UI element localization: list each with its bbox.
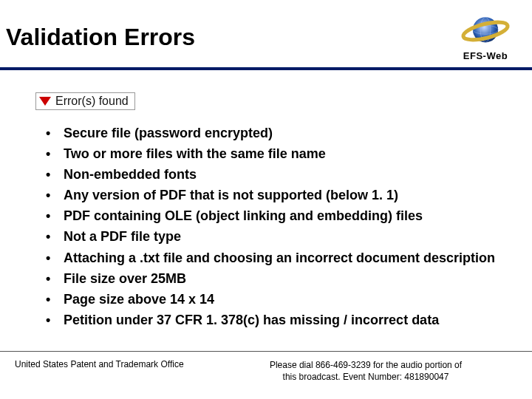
footer-dial-line1: Please dial 866-469-3239 for the audio p… bbox=[270, 360, 462, 370]
list-item: Page size above 14 x 14 bbox=[41, 290, 497, 309]
list-item: Secure file (password encrypted) bbox=[41, 123, 497, 143]
slide-header: Validation Errors EFS-Web bbox=[0, 0, 532, 70]
list-item: Two or more files with the same file nam… bbox=[41, 144, 497, 163]
list-item: Non-embedded fonts bbox=[41, 165, 497, 184]
efs-web-logo: EFS-Web bbox=[445, 13, 526, 61]
error-badge-label: Error(s) found bbox=[55, 95, 129, 108]
globe-ring-icon bbox=[460, 13, 511, 49]
error-triangle-icon bbox=[39, 97, 51, 106]
footer-org: United States Patent and Trademark Offic… bbox=[15, 359, 214, 383]
list-item: PDF containing OLE (object linking and e… bbox=[41, 206, 497, 225]
list-item: Attaching a .txt file and choosing an in… bbox=[41, 248, 497, 267]
list-item: Not a PDF file type bbox=[41, 227, 497, 246]
slide-content: Error(s) found Secure file (password enc… bbox=[0, 70, 532, 330]
error-list: Secure file (password encrypted) Two or … bbox=[35, 123, 497, 330]
page-title: Validation Errors bbox=[6, 24, 195, 51]
list-item: Any version of PDF that is not supported… bbox=[41, 185, 497, 205]
footer-dialin: Please dial 866-469-3239 for the audio p… bbox=[214, 359, 517, 383]
footer-dial-line2: this broadcast. Event Number: 481890047 bbox=[283, 372, 449, 382]
errors-found-badge: Error(s) found bbox=[35, 92, 135, 110]
logo-label: EFS-Web bbox=[463, 50, 508, 61]
list-item: File size over 25MB bbox=[41, 269, 497, 288]
slide-footer: United States Patent and Trademark Offic… bbox=[0, 351, 532, 383]
list-item: Petition under 37 CFR 1. 378(c) has miss… bbox=[41, 310, 497, 330]
